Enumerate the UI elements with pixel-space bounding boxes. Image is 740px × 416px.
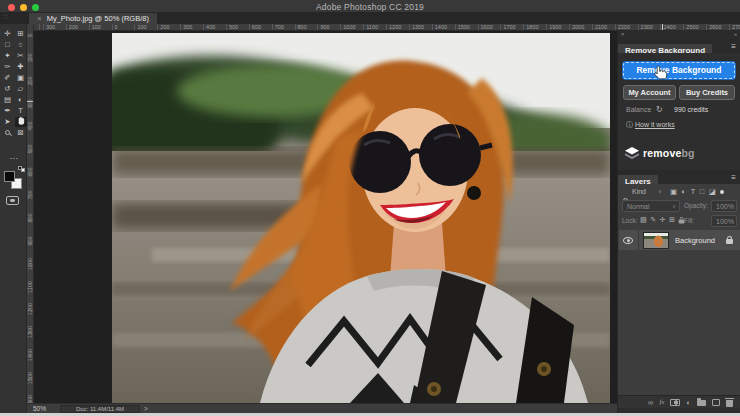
title-bar: Adobe Photoshop CC 2019 [0,0,740,13]
filter-shape-layers-icon[interactable]: □ [700,187,705,196]
v-ruler-label: 400 [27,119,33,133]
lock-artboard-icon[interactable]: ⊞ [669,216,675,224]
document-tab-bar: ∷ ×My_Photo.jpg @ 50% (RGB/8) [0,13,740,24]
status-bar: 50% Doc: 11.4M/11.4M > [27,403,617,413]
divider [638,230,639,250]
h-ruler-label: 1800 [526,24,538,30]
adjustment-layer-icon[interactable]: ◐ [686,398,691,407]
h-ruler-label: 1100 [366,24,378,30]
horizontal-ruler[interactable]: 3002001000100200300400500600700800900100… [27,24,740,31]
layer-visibility-eye-icon[interactable] [623,237,633,244]
edit-toolbar-button[interactable]: ⋯ [0,154,27,163]
zoom-tool[interactable] [2,128,14,138]
eyedropper-tool[interactable]: ✑ [2,62,14,72]
v-ruler-label: 1300 [27,325,33,339]
filter-smart-objects-icon[interactable]: ◪ [709,187,716,196]
h-ruler-label: 900 [320,24,329,30]
layer-thumbnail[interactable] [643,232,669,249]
h-ruler-label: 500 [229,24,238,30]
h-ruler-label: 400 [206,24,215,30]
move-tool[interactable]: ✛ [2,29,14,39]
quick-selection-tool[interactable]: ✦ [2,51,14,61]
layers-bottom-toolbar: ∞fx◐ [618,395,740,408]
my-account-button[interactable]: My Account [623,85,676,100]
pen-tool[interactable]: ✒ [2,106,14,116]
history-brush-tool[interactable]: ↺ [2,84,14,94]
layer-row-background[interactable]: Background [619,230,740,250]
gradient-tool[interactable]: ▤ [2,95,14,105]
new-layer-icon[interactable] [712,399,720,406]
layers-filter-row: Kind ∨ ▣◐T□◪ [618,186,740,199]
lock-icons: ▨✎✛⊞ [640,216,685,224]
layers-panel-tabbar: Layers ≡ [618,170,740,184]
color-swatches [4,166,24,190]
hand-tool[interactable] [15,117,27,127]
lock-pixels-icon[interactable]: ✎ [650,216,656,224]
brush-tool[interactable]: ✐ [2,73,14,83]
dock-collapse-icon[interactable]: » [734,31,737,37]
fill-select[interactable]: 100%∨ [711,215,737,227]
v-ruler-label: 300 [27,97,33,111]
refresh-balance-icon[interactable]: ↻ [656,105,663,114]
delete-layer-icon[interactable] [726,400,733,407]
clone-stamp-tool[interactable]: ▣ [15,73,27,83]
opacity-label: Opacity: [684,202,708,209]
h-ruler-label: 0 [115,24,118,30]
layer-effects-icon[interactable]: fx [659,398,664,406]
filter-adjustment-layers-icon[interactable]: ◐ [682,187,687,196]
how-it-works-link[interactable]: How it works [635,121,675,128]
v-ruler-label: 1600 [27,394,33,403]
dock-close-icon[interactable]: × [621,31,625,37]
layers-menu-icon[interactable]: ≡ [731,173,736,182]
crop-tool[interactable]: ✂ [15,51,27,61]
h-ruler-label: 300 [183,24,192,30]
foreground-color-swatch[interactable] [4,171,15,182]
canvas-pasteboard[interactable] [34,31,617,403]
vertical-ruler[interactable]: 0100200300400500600700800900100011001200… [27,31,34,403]
zoom-level-field[interactable]: 50% [33,405,46,412]
h-ruler-label: 100 [92,24,101,30]
tab-close-icon[interactable]: × [37,14,42,23]
buy-credits-button[interactable]: Buy Credits [679,85,735,100]
opacity-select[interactable]: 100%∨ [711,200,737,212]
layer-mask-icon[interactable] [670,399,680,406]
status-chevron-icon[interactable]: > [144,405,148,412]
document-photo[interactable] [112,33,610,403]
filter-pixel-layers-icon[interactable]: ▣ [670,187,677,196]
remove-background-button[interactable]: Remove Background [623,62,735,79]
v-ruler-label: 100 [27,51,33,65]
artboard-tool[interactable]: ⊞ [15,29,27,39]
tools-grid: ✛⊞□○✦✂✑✚✐▣↺▱▤◐✒T➤⊠ [1,28,27,138]
healing-brush-tool[interactable]: ✚ [15,62,27,72]
v-ruler-label: 1000 [27,257,33,271]
dodge-tool[interactable]: ◐ [15,95,27,105]
chevron-down-icon: ∨ [658,188,662,194]
logo-word: remove [643,147,682,159]
eraser-tool[interactable]: ▱ [15,84,27,94]
tab-label: My_Photo.jpg @ 50% (RGB/8) [47,14,149,23]
filter-type-layers-icon[interactable]: T [691,187,696,196]
toolbar-grip-icon: ∷ [3,13,8,21]
layer-name: Background [675,236,726,245]
path-select-tool[interactable]: ➤ [2,117,14,127]
type-tool[interactable]: T [15,106,27,116]
frame-tool[interactable]: ⊠ [15,128,27,138]
filter-toggle-icon[interactable] [720,190,724,194]
h-ruler-label: 1700 [503,24,515,30]
new-group-icon[interactable] [697,400,706,406]
marquee-tool[interactable]: □ [2,40,14,50]
lasso-tool[interactable]: ○ [15,40,27,50]
lock-position-icon[interactable]: ✛ [660,216,666,224]
blend-mode-select[interactable]: Normal∨ [622,200,680,212]
quick-mask-button[interactable] [6,196,19,205]
h-ruler-label: 1900 [549,24,561,30]
fill-label: Fill: [684,217,694,224]
link-layers-icon[interactable]: ∞ [648,398,653,407]
logo-suffix: bg [682,147,695,159]
v-ruler-label: 900 [27,234,33,248]
default-colors-icon[interactable] [18,166,25,172]
panel-menu-icon[interactable]: ≡ [731,42,736,51]
document-tab[interactable]: ×My_Photo.jpg @ 50% (RGB/8) [29,13,157,24]
filter-kind-dropdown[interactable]: Kind [632,188,646,195]
lock-transparency-icon[interactable]: ▨ [640,216,647,224]
